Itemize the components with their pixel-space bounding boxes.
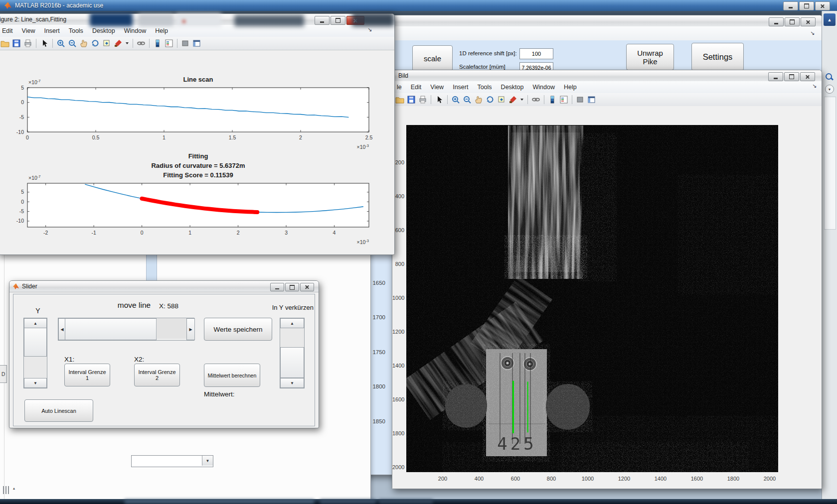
sidebar-panel-strip[interactable]: [824, 97, 836, 230]
open-file-icon[interactable]: [0, 38, 10, 48]
bild-restore-button[interactable]: [784, 72, 799, 81]
rotate-3d-icon[interactable]: [485, 95, 495, 105]
taskbar-item[interactable]: [125, 500, 314, 504]
interval-grenze1-button[interactable]: Interval Grenze 1: [64, 364, 110, 386]
slider-minimize-button[interactable]: [270, 283, 284, 291]
interferogram-image[interactable]: 425: [406, 125, 778, 472]
auto-linescan-button[interactable]: Auto Linescan: [24, 399, 93, 422]
hide-plot-tools-icon[interactable]: [180, 38, 190, 48]
main-minimize-button[interactable]: [783, 1, 798, 10]
edit-plot-pointer-icon[interactable]: [434, 95, 444, 105]
search-icon[interactable]: [825, 73, 834, 82]
bild-titlebar[interactable]: Bild: [392, 70, 822, 82]
bild-dock-icon[interactable]: ↘: [812, 83, 817, 89]
y-slider-left[interactable]: ▲ ▼: [23, 318, 47, 388]
zoom-out-icon[interactable]: [67, 38, 77, 48]
save-figure-icon[interactable]: [11, 38, 21, 48]
brush-data-icon[interactable]: [113, 38, 123, 48]
insert-legend-icon[interactable]: [559, 95, 569, 105]
settings-button[interactable]: Settings: [691, 43, 744, 71]
unwrap-pike-button[interactable]: Unwrap Pike: [626, 44, 674, 70]
y-slider-thumb[interactable]: [24, 328, 47, 357]
y-slider-down-button[interactable]: ▼: [24, 378, 47, 388]
taskbar[interactable]: [0, 499, 837, 504]
y2-slider-thumb[interactable]: [280, 347, 304, 378]
collapse-up-button[interactable]: ▲: [824, 13, 836, 26]
figure2-menu-insert[interactable]: Insert: [39, 26, 64, 36]
zoom-in-icon[interactable]: [451, 95, 461, 105]
print-figure-icon[interactable]: [23, 38, 33, 48]
interval-grenze2-button[interactable]: Interval Grenze 2: [134, 364, 180, 386]
y-slider-right[interactable]: ▲ ▼: [280, 318, 305, 388]
move-line-slider[interactable]: ◀ ▶: [58, 318, 194, 341]
hide-plot-tools-icon[interactable]: [575, 95, 585, 105]
rotate-3d-icon[interactable]: [90, 38, 100, 48]
bild-menu-help[interactable]: Help: [559, 82, 581, 92]
main-restore-button[interactable]: [799, 1, 814, 10]
slider-restore-button[interactable]: [285, 283, 299, 291]
y2-slider-up-button[interactable]: ▲: [280, 318, 304, 328]
bild-menu-edit[interactable]: Edit: [406, 82, 426, 92]
bild-menu-view[interactable]: View: [426, 82, 448, 92]
figure2-dock-icon[interactable]: ↘: [367, 27, 372, 32]
show-plot-tools-icon[interactable]: [587, 95, 597, 105]
ref-shift-input[interactable]: [519, 48, 553, 59]
y2-slider-down-button[interactable]: ▼: [280, 378, 304, 388]
bild-menu-desktop[interactable]: Desktop: [497, 82, 528, 92]
figure2-menu-view[interactable]: View: [17, 26, 40, 36]
insert-colorbar-icon[interactable]: [153, 38, 163, 48]
taskbar-item[interactable]: [379, 500, 433, 504]
link-plots-icon[interactable]: [136, 38, 146, 48]
gui-restore-button[interactable]: [785, 17, 800, 26]
bild-menu-insert[interactable]: Insert: [448, 82, 473, 92]
figure2-menu-window[interactable]: Window: [120, 26, 151, 36]
bild-close-button[interactable]: [800, 72, 815, 81]
status-grip[interactable]: ▴: [3, 485, 23, 495]
figure2-restore-button[interactable]: [331, 16, 345, 25]
figure2-menu-edit[interactable]: Edit: [0, 26, 17, 36]
print-figure-icon[interactable]: [418, 95, 428, 105]
slider-thumb[interactable]: [65, 318, 157, 340]
gui-scrollbar-strip[interactable]: [146, 252, 157, 284]
slider-close-button[interactable]: [300, 283, 314, 291]
figure2-menu-help[interactable]: Help: [151, 26, 172, 36]
slider-trough[interactable]: [156, 319, 186, 339]
figure2-plots[interactable]: 00.511.522.550-5-10×10-7×10-3Line scan-2…: [0, 50, 393, 253]
dropdown-arrow-button[interactable]: ▼: [202, 456, 213, 466]
data-cursor-icon[interactable]: [102, 38, 112, 48]
zoom-in-icon[interactable]: [56, 38, 66, 48]
bild-menu-tools[interactable]: Tools: [473, 82, 496, 92]
save-values-button[interactable]: Werte speichern: [204, 318, 272, 341]
show-plot-tools-icon[interactable]: [192, 38, 202, 48]
insert-legend-icon[interactable]: [164, 38, 174, 48]
bild-minimize-button[interactable]: [768, 72, 783, 81]
value-dropdown[interactable]: ▼: [131, 455, 213, 467]
figure2-menu-desktop[interactable]: Desktop: [88, 26, 120, 36]
brush-dropdown-caret-icon[interactable]: [519, 95, 524, 105]
save-figure-icon[interactable]: [406, 95, 416, 105]
edit-plot-pointer-icon[interactable]: [39, 38, 49, 48]
y-slider-up-button[interactable]: ▲: [24, 318, 47, 328]
gui-dock-icon[interactable]: ↘: [810, 30, 815, 36]
open-file-icon[interactable]: [395, 95, 405, 105]
expand-down-icon[interactable]: ▼: [825, 85, 834, 94]
pan-hand-icon[interactable]: [79, 38, 89, 48]
figure2-minimize-button[interactable]: [315, 16, 330, 25]
slider-right-arrow[interactable]: ▶: [186, 318, 195, 340]
main-close-button[interactable]: [815, 1, 830, 10]
gui-close-button[interactable]: [801, 17, 816, 26]
bild-menu-window[interactable]: Window: [528, 82, 559, 92]
figure2-menu-tools[interactable]: Tools: [64, 26, 88, 36]
scale-button[interactable]: scale: [412, 45, 453, 71]
zoom-out-icon[interactable]: [462, 95, 472, 105]
pan-hand-icon[interactable]: [474, 95, 484, 105]
insert-colorbar-icon[interactable]: [547, 95, 557, 105]
brush-dropdown-caret-icon[interactable]: [125, 38, 130, 48]
link-plots-icon[interactable]: [531, 95, 541, 105]
gui-minimize-button[interactable]: [769, 17, 784, 26]
mittelwert-berechnen-button[interactable]: Mittelwert berechnen: [204, 364, 260, 387]
data-cursor-icon[interactable]: [497, 95, 506, 105]
collapsed-side-tab[interactable]: D: [0, 365, 7, 383]
brush-data-icon[interactable]: [508, 95, 518, 105]
taskbar-item[interactable]: [320, 500, 376, 504]
